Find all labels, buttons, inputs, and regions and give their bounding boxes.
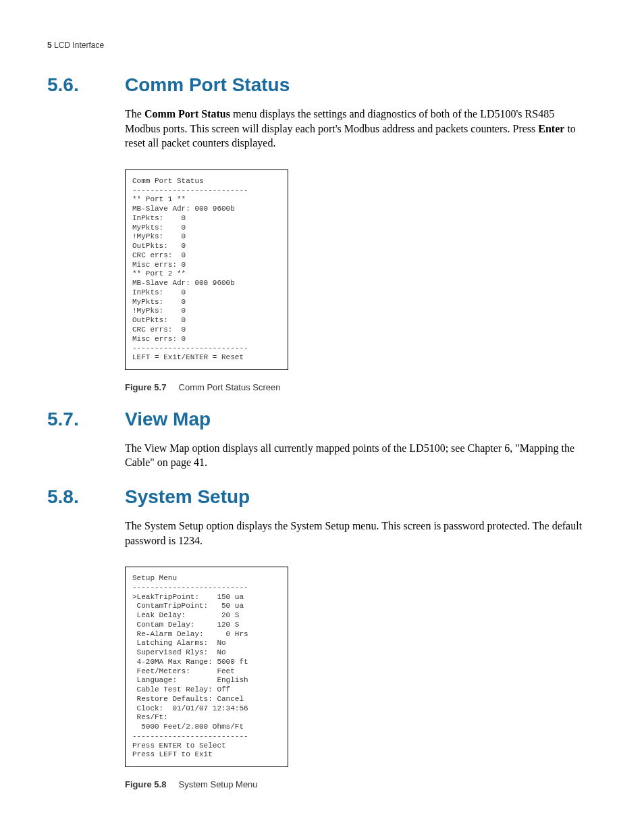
section-title: Comm Port Status — [125, 74, 290, 96]
section-heading-5-7: 5.7. View Map — [47, 409, 597, 430]
figure-label: Figure 5.8 — [125, 779, 166, 789]
page-header: 5 LCD Interface — [47, 41, 597, 50]
chapter-title: LCD Interface — [54, 41, 104, 50]
lcd-screen-system-setup: Setup Menu -------------------------- >L… — [125, 567, 288, 767]
section-number: 5.7. — [47, 409, 125, 430]
figure-label: Figure 5.7 — [125, 382, 166, 392]
lcd-screen-comm-port-status: Comm Port Status -----------------------… — [125, 170, 288, 370]
section-title: System Setup — [125, 486, 250, 508]
section-heading-5-6: 5.6. Comm Port Status — [47, 74, 597, 96]
chapter-number: 5 — [47, 41, 52, 50]
section-heading-5-8: 5.8. System Setup — [47, 486, 597, 508]
figure-caption-5-7: Figure 5.7 Comm Port Status Screen — [125, 382, 597, 392]
section-number: 5.6. — [47, 74, 125, 96]
section-5-8-paragraph: The System Setup option displays the Sys… — [125, 519, 583, 548]
text-fragment: The — [125, 108, 144, 120]
section-number: 5.8. — [47, 486, 125, 508]
section-title: View Map — [125, 409, 211, 430]
section-5-6-paragraph: The Comm Port Status menu displays the s… — [125, 107, 583, 151]
text-bold: Comm Port Status — [144, 108, 230, 120]
figure-caption-text: System Setup Menu — [179, 779, 258, 789]
section-5-7-paragraph: The View Map option displays all current… — [125, 441, 583, 470]
figure-caption-5-8: Figure 5.8 System Setup Menu — [125, 779, 597, 789]
figure-caption-text: Comm Port Status Screen — [179, 382, 281, 392]
text-bold: Enter — [538, 123, 564, 134]
